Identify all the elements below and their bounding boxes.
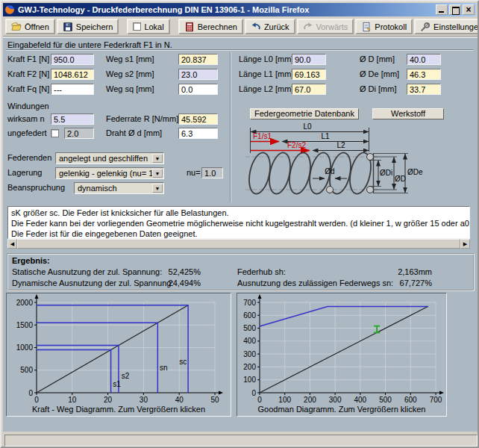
- close-button[interactable]: [463, 4, 475, 15]
- back-arrow-icon: [251, 22, 261, 32]
- window-controls: [436, 4, 475, 15]
- kraft-weg-chart-panel[interactable]: 010203040500500100015002000s1s2snsc Kraf…: [6, 293, 231, 417]
- chevron-down-icon[interactable]: [152, 154, 163, 163]
- scroll-left-icon[interactable]: [7, 239, 17, 249]
- field-label-rate: Federrate R [N/mm]: [106, 113, 178, 125]
- svg-text:30: 30: [140, 396, 148, 404]
- hint-divider: [6, 49, 473, 51]
- kraft-fq-input[interactable]: [51, 84, 94, 95]
- message-box[interactable]: sK größer sc. Die Feder ist knicksicher …: [7, 206, 470, 239]
- open-button[interactable]: Öffnen: [5, 19, 55, 34]
- dim-label-L0: L0: [303, 122, 312, 131]
- app-window: GWJ-Technology - Druckfederberechnung DI…: [0, 0, 479, 448]
- chevron-down-icon[interactable]: [152, 184, 163, 193]
- result-value: 24,494%: [141, 278, 201, 288]
- field-label-f2: Kraft F2 [N]: [7, 69, 49, 80]
- select-label-beanspruchung: Beanspruchung: [7, 182, 65, 193]
- calculator-icon: [184, 22, 195, 32]
- tools-icon: [420, 22, 431, 32]
- weg-s1-input[interactable]: [178, 54, 218, 65]
- kraft-weg-chart[interactable]: 010203040500500100015002000s1s2snsc: [7, 293, 231, 404]
- ungefedert-input: [64, 128, 94, 139]
- field-label-s1: Weg s1 [mm]: [106, 54, 154, 65]
- local-checkbox-group[interactable]: Lokal: [127, 19, 169, 34]
- field-label-n: wirksam n: [7, 113, 45, 125]
- svg-text:600: 600: [404, 396, 417, 404]
- lagerung-select[interactable]: gelenkig - gelenkig (nu= 1): [55, 167, 164, 179]
- goodman-chart-caption: Goodman Diagramm. Zum Vergrößern klicken: [237, 405, 446, 414]
- svg-text:1000: 1000: [16, 343, 34, 352]
- nu-input: [201, 167, 223, 178]
- form-divider: [230, 52, 231, 202]
- field-label-fq: Kraft Fq [N]: [7, 84, 49, 95]
- field-label-De: Ø De [mm]: [360, 69, 399, 80]
- durchmesser-D-input[interactable]: [407, 54, 441, 65]
- draht-d-input[interactable]: [178, 128, 218, 139]
- save-button-label: Speichern: [76, 22, 113, 31]
- scrollbar-thumb[interactable]: [17, 239, 460, 249]
- save-button[interactable]: Speichern: [57, 19, 119, 34]
- federrate-input[interactable]: [178, 113, 218, 125]
- field-label-L0: Länge L0 [mm]: [239, 54, 293, 65]
- svg-text:200: 200: [304, 396, 316, 404]
- titlebar[interactable]: GWJ-Technology - Druckfederberechnung DI…: [3, 3, 476, 16]
- federenden-select[interactable]: angelegt und geschliffen: [55, 152, 164, 164]
- field-label-Di: Ø Di [mm]: [360, 84, 397, 95]
- kraft-f1-input[interactable]: [51, 54, 94, 65]
- field-label-dead: ungefedert: [7, 128, 47, 139]
- select-label-lagerung: Lagerung: [7, 167, 43, 178]
- ungefedert-checkbox[interactable]: [51, 129, 59, 137]
- svg-text:200: 200: [243, 363, 256, 371]
- federgeometrie-datenbank-button[interactable]: Federgeometrie Datenbank: [250, 108, 359, 119]
- protocol-button[interactable]: Protokoll: [355, 19, 413, 34]
- chevron-down-icon[interactable]: [152, 169, 163, 178]
- weg-s2-input[interactable]: [178, 69, 218, 80]
- calculate-button[interactable]: Berechnen: [178, 19, 243, 34]
- field-label-L2: Länge L2 [mm]: [239, 84, 293, 95]
- laenge-L2-input[interactable]: [292, 84, 326, 95]
- forward-button[interactable]: Vorwärts: [297, 19, 354, 34]
- laenge-L1-input[interactable]: [292, 69, 326, 80]
- dim-label-L2: L2: [336, 141, 345, 149]
- beanspruchung-value: dynamisch: [78, 184, 117, 193]
- result-label: Federhub sh:: [237, 267, 286, 278]
- beanspruchung-select[interactable]: dynamisch: [74, 182, 164, 194]
- settings-button-label: Einstellungen: [433, 22, 479, 31]
- result-label: Ausnutzung des zulässigen Federwegs sn:: [237, 278, 393, 289]
- kraft-f2-input[interactable]: [51, 69, 94, 80]
- svg-text:500: 500: [20, 366, 33, 374]
- scroll-right-icon[interactable]: [460, 239, 470, 249]
- settings-button[interactable]: Einstellungen: [414, 19, 479, 34]
- field-label-D: Ø D [mm]: [360, 54, 395, 65]
- durchmesser-Di-input[interactable]: [407, 84, 441, 95]
- federenden-value: angelegt und geschliffen: [59, 154, 148, 164]
- goodman-chart-panel[interactable]: 0100200300400500600700010020030040050060…: [237, 293, 447, 417]
- maximize-button[interactable]: [449, 4, 461, 15]
- svg-text:500: 500: [243, 324, 256, 332]
- windungen-n-input[interactable]: [51, 113, 94, 125]
- svg-text:sc: sc: [179, 358, 187, 366]
- field-label-s2: Weg s2 [mm]: [106, 69, 154, 80]
- laenge-L0-input[interactable]: [292, 54, 326, 65]
- svg-text:0: 0: [257, 396, 262, 404]
- goodman-chart[interactable]: 0100200300400500600700010020030040050060…: [237, 293, 446, 404]
- svg-text:700: 700: [430, 396, 442, 404]
- werkstoff-button[interactable]: Werkstoff: [372, 108, 444, 119]
- kraft-weg-chart-caption: Kraft - Weg Diagramm. Zum Vergrößern kli…: [7, 405, 231, 414]
- status-bar: [3, 433, 479, 448]
- svg-text:100: 100: [278, 396, 291, 404]
- svg-text:500: 500: [379, 396, 392, 404]
- field-label-f1: Kraft F1 [N]: [7, 54, 49, 65]
- back-button[interactable]: Zurück: [245, 19, 295, 34]
- svg-text:s1: s1: [113, 380, 121, 388]
- result-value: 2,163mm: [372, 267, 432, 277]
- svg-text:400: 400: [354, 396, 367, 404]
- weg-sq-input[interactable]: [178, 84, 218, 95]
- local-checkbox[interactable]: [133, 22, 141, 31]
- results-title: Ergebnis:: [12, 255, 50, 267]
- spring-coils: [245, 151, 374, 196]
- minimize-button[interactable]: [436, 4, 448, 15]
- durchmesser-De-input[interactable]: [407, 69, 441, 80]
- field-label-d: Draht Ø d [mm]: [106, 128, 162, 139]
- message-horizontal-scrollbar[interactable]: [7, 239, 470, 249]
